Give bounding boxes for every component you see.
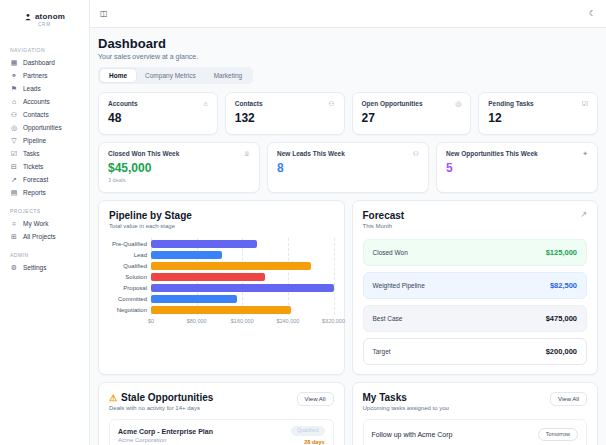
chart-x-axis: $0 $80,000 $160,000 $240,000 $320,000 [151,318,334,327]
stat-card-open-opportunities: Open Opportunities◎ 27 [352,92,472,135]
bar-committed [151,295,237,303]
users-icon: ⚇ [328,100,334,107]
app-logo[interactable]: atonom CRM [0,8,89,38]
building-icon: ⌂ [204,100,208,107]
sidebar-toggle-icon[interactable]: ◫ [100,10,108,18]
contacts-icon: ⚇ [10,111,18,118]
my-work-icon: ⌗ [10,220,18,227]
sidebar-item-settings[interactable]: ⚙Settings [0,261,89,274]
stale-opportunities-card: ⚠Stale Opportunities Deals with no activ… [98,382,345,445]
contacts-count: 132 [235,111,335,125]
forecast-subtitle: This Month [363,223,405,229]
sidebar-item-all-projects[interactable]: ⊞All Projects [0,230,89,243]
topbar: ◫ ☾ [90,0,606,28]
bar-solution [151,273,265,281]
forecast-row-closed-won: Closed Won$125,000 [363,239,588,266]
pipeline-icon: ▽ [10,137,18,144]
app-name: atonom [35,12,65,21]
sidebar-item-dashboard[interactable]: ▦Dashboard [0,56,89,69]
tab-company-metrics[interactable]: Company Metrics [136,69,205,82]
page-title: Dashboard [98,36,598,51]
pipeline-chart-title: Pipeline by Stage [109,210,334,221]
trending-up-icon: ↗ [580,210,587,219]
stale-item-acme[interactable]: Acme Corp - Enterprise PlanAcme Corporat… [109,419,334,445]
stage-badge: Qualified [291,426,325,436]
bar-lead [151,251,222,259]
chart-category-labels: Pre-Qualified Lead Qualified Solution Pr… [109,238,151,315]
charts-row: Pipeline by Stage Total value in each st… [98,200,598,375]
sidebar-item-reports[interactable]: ▤Reports [0,186,89,199]
gridline [334,238,335,315]
forecast-card: Forecast This Month ↗ Closed Won$125,000… [352,200,599,375]
dashboard-tabs: Home Company Metrics Marketing [98,67,253,84]
closed-won-week-value: $45,000 [108,161,250,175]
chart-plot-area [151,238,334,315]
sidebar-item-tickets[interactable]: ⊟Tickets [0,160,89,173]
target-icon: ◎ [455,100,461,107]
forecast-row-best-case: Best Case$475,000 [363,305,588,332]
closed-won-deal-count: 3 deals [108,177,250,183]
pending-tasks-count: 12 [488,111,588,125]
sidebar-item-tasks[interactable]: ☑Tasks [0,147,89,160]
app-subname: CRM [38,22,51,27]
logo-person-icon [24,13,32,21]
main-area: ◫ ☾ Dashboard Your sales overview at a g… [90,0,606,445]
tab-home[interactable]: Home [100,69,136,82]
dashboard-icon: ▦ [10,59,18,66]
bottom-row: ⚠Stale Opportunities Deals with no activ… [98,382,598,445]
tab-marketing[interactable]: Marketing [205,69,252,82]
due-badge: Tomorrow [538,428,578,441]
settings-gear-icon: ⚙ [10,264,18,271]
tasks-view-all-button[interactable]: View All [550,392,587,406]
pipeline-by-stage-card: Pipeline by Stage Total value in each st… [98,200,345,375]
warning-triangle-icon: ⚠ [109,393,117,403]
tasks-icon: ☑ [10,150,18,157]
stat-card-new-opportunities-week: New Opportunities This Week✦ 5 [436,142,598,193]
forecast-rows: Closed Won$125,000 Weighted Pipeline$82,… [363,239,588,365]
sidebar-section-navigation: Navigation ▦Dashboard ⚭Partners ⚑Leads ⌂… [0,47,89,199]
forecast-icon: ↗ [10,176,18,183]
check-square-icon: ☑ [582,100,588,107]
user-plus-icon: ⚇ [413,150,419,157]
new-leads-week-value: 8 [277,161,419,175]
stat-card-accounts: Accounts⌂ 48 [98,92,218,135]
stat-card-closed-won-week: Closed Won This Week♕ $45,000 3 deals [98,142,260,193]
sidebar: atonom CRM Navigation ▦Dashboard ⚭Partne… [0,0,90,445]
sidebar-item-partners[interactable]: ⚭Partners [0,69,89,82]
stale-view-all-button[interactable]: View All [297,392,334,406]
forecast-row-weighted-pipeline: Weighted Pipeline$82,500 [363,272,588,299]
stale-days: 28 days [304,439,324,445]
stale-title: Stale Opportunities [121,392,213,403]
theme-toggle-icon[interactable]: ☾ [589,10,596,18]
forecast-title: Forecast [363,210,405,221]
sidebar-item-leads[interactable]: ⚑Leads [0,82,89,95]
stale-subtitle: Deals with no activity for 14+ days [109,405,213,411]
bar-proposal [151,284,334,292]
sidebar-item-my-work[interactable]: ⌗My Work [0,217,89,230]
task-item-follow-up-acme[interactable]: Follow up with Acme CorpTomorrow [363,419,588,445]
sidebar-item-opportunities[interactable]: ◎Opportunities [0,121,89,134]
reports-icon: ▤ [10,189,18,196]
stale-list: Acme Corp - Enterprise PlanAcme Corporat… [109,419,334,445]
pipeline-chart-subtitle: Total value in each stage [109,223,334,229]
stat-card-new-leads-week: New Leads This Week⚇ 8 [267,142,429,193]
stat-row-1: Accounts⌂ 48 Contacts⚇ 132 Open Opportun… [98,92,598,135]
stat-card-contacts: Contacts⚇ 132 [225,92,345,135]
my-tasks-subtitle: Upcoming tasks assigned to you [363,405,449,411]
section-label: Projects [0,208,89,214]
stat-row-2: Closed Won This Week♕ $45,000 3 deals Ne… [98,142,598,193]
my-tasks-title: My Tasks [363,392,449,403]
sidebar-item-pipeline[interactable]: ▽Pipeline [0,134,89,147]
bar-negotiation [151,306,291,314]
sidebar-item-contacts[interactable]: ⚇Contacts [0,108,89,121]
sidebar-item-forecast[interactable]: ↗Forecast [0,173,89,186]
open-opportunities-count: 27 [362,111,462,125]
sidebar-item-accounts[interactable]: ⌂Accounts [0,95,89,108]
tasks-list: Follow up with Acme CorpTomorrow Prepare… [363,419,588,445]
section-label: Admin [0,252,89,258]
accounts-count: 48 [108,111,208,125]
accounts-icon: ⌂ [10,98,18,105]
sparkles-icon: ✦ [582,150,588,157]
pipeline-bar-chart: Pre-Qualified Lead Qualified Solution Pr… [109,238,334,327]
sidebar-section-projects: Projects ⌗My Work ⊞All Projects [0,208,89,243]
